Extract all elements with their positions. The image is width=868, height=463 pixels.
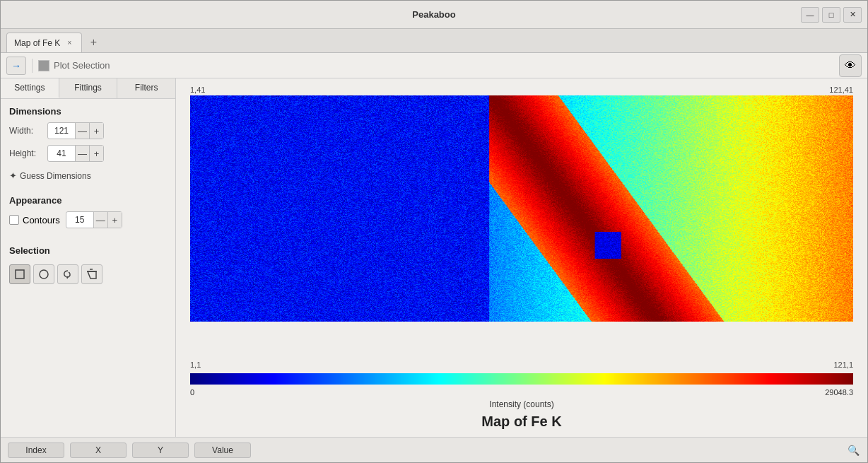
svg-line-2 xyxy=(67,276,68,279)
contours-row: Contours — + xyxy=(9,211,167,228)
statusbar: Index X Y Value 🔍 xyxy=(1,437,867,462)
guess-dimensions-button[interactable]: ✦ Guess Dimensions xyxy=(9,168,91,184)
window-controls: — □ ✕ xyxy=(801,7,862,23)
tab-fittings[interactable]: Fittings xyxy=(59,78,118,98)
status-value: Value xyxy=(194,443,251,458)
tab-close-button[interactable]: × xyxy=(64,38,74,48)
sidebar-tabs: Settings Fittings Filters xyxy=(1,78,175,99)
plot-title: Map of Fe K xyxy=(190,414,853,430)
tab-add-button[interactable]: + xyxy=(85,34,102,51)
lasso-select-button[interactable] xyxy=(57,264,78,284)
maximize-button[interactable]: □ xyxy=(822,7,840,23)
dimensions-title: Dimensions xyxy=(9,106,167,117)
sidebar: Settings Fittings Filters Dimensions Wid… xyxy=(1,78,176,437)
plot-xlabel: Intensity (counts) xyxy=(190,399,853,409)
window-title: Peakaboo xyxy=(412,9,455,20)
width-row: Width: — + xyxy=(9,122,167,139)
plot-container: 1,41 121,41 1,1 121,1 0 29048.3 xyxy=(176,78,867,437)
heatmap-canvas[interactable] xyxy=(190,95,853,322)
width-input[interactable] xyxy=(48,126,75,136)
clear-select-button[interactable] xyxy=(81,264,102,284)
width-decrease-button[interactable]: — xyxy=(75,123,89,139)
colorbar-labels: 0 29048.3 xyxy=(190,388,853,397)
plot-coords-top: 1,41 121,41 xyxy=(190,86,853,94)
heatmap-wrapper xyxy=(190,95,853,359)
svg-rect-0 xyxy=(16,270,24,279)
selection-tools xyxy=(9,262,167,287)
width-label: Width: xyxy=(9,126,42,136)
guess-icon: ✦ xyxy=(9,170,17,181)
plot-area: 1,41 121,41 1,1 121,1 0 29048.3 xyxy=(176,78,867,437)
plot-coords-bottom: 1,1 121,1 xyxy=(190,361,853,369)
svg-point-1 xyxy=(40,270,48,279)
contours-checkbox[interactable] xyxy=(9,215,19,225)
ellipse-select-button[interactable] xyxy=(33,264,54,284)
colorbar-min: 0 xyxy=(190,388,194,397)
contours-checkbox-container: Contours xyxy=(9,215,60,225)
colorbar-max: 29048.3 xyxy=(825,388,853,397)
nav-back-button[interactable]: → xyxy=(6,57,26,75)
tabbar: Map of Fe K × + xyxy=(1,29,867,53)
nav-icon: → xyxy=(11,60,21,71)
appearance-title: Appearance xyxy=(9,195,167,206)
tab-filters[interactable]: Filters xyxy=(117,78,175,98)
status-index: Index xyxy=(8,443,64,458)
search-button[interactable]: 🔍 xyxy=(846,443,860,457)
coord-top-right: 121,41 xyxy=(829,86,853,94)
main-content: Settings Fittings Filters Dimensions Wid… xyxy=(1,78,867,437)
coord-bottom-left: 1,1 xyxy=(190,361,201,369)
height-input[interactable] xyxy=(48,148,75,158)
height-increase-button[interactable]: + xyxy=(89,146,103,161)
colorbar-canvas xyxy=(190,373,853,385)
minimize-button[interactable]: — xyxy=(801,7,819,23)
contours-decrease-button[interactable]: — xyxy=(93,212,107,228)
contours-label: Contours xyxy=(23,215,60,225)
height-decrease-button[interactable]: — xyxy=(75,146,89,161)
appearance-section: Appearance Contours — + xyxy=(1,188,175,238)
app-window: Peakaboo — □ ✕ Map of Fe K × + → Plot Se… xyxy=(0,0,868,463)
close-button[interactable]: ✕ xyxy=(843,7,862,23)
plot-selection-label: Plot Selection xyxy=(38,60,110,71)
ellipse-icon xyxy=(38,269,49,280)
clear-icon xyxy=(86,269,98,280)
tab-settings[interactable]: Settings xyxy=(1,78,59,98)
rect-icon xyxy=(14,269,25,280)
contours-increase-button[interactable]: + xyxy=(107,212,122,228)
guess-label: Guess Dimensions xyxy=(20,171,91,181)
rect-select-button[interactable] xyxy=(9,264,30,284)
selection-title: Selection xyxy=(9,245,167,256)
tab-map-fe-k[interactable]: Map of Fe K × xyxy=(6,33,82,52)
height-label: Height: xyxy=(9,148,42,158)
toolbar-separator xyxy=(32,59,33,73)
coord-top-left: 1,41 xyxy=(190,86,205,94)
plot-color-swatch xyxy=(38,60,49,71)
height-row: Height: — + xyxy=(9,145,167,162)
eye-button[interactable]: 👁 xyxy=(839,54,862,77)
status-x: X xyxy=(70,443,127,458)
search-icon: 🔍 xyxy=(848,445,860,456)
status-y: Y xyxy=(132,443,189,458)
height-input-group: — + xyxy=(47,145,104,162)
lasso-icon xyxy=(62,269,74,280)
width-input-group: — + xyxy=(47,122,104,139)
width-increase-button[interactable]: + xyxy=(89,123,103,139)
titlebar: Peakaboo — □ ✕ xyxy=(1,1,867,29)
tab-label: Map of Fe K xyxy=(14,38,60,48)
colorbar-container: 0 29048.3 xyxy=(190,373,853,397)
dimensions-section: Dimensions Width: — + Height: — + xyxy=(1,99,175,188)
contours-input[interactable] xyxy=(66,215,93,225)
eye-icon: 👁 xyxy=(845,59,856,72)
toolbar: → Plot Selection 👁 xyxy=(1,53,867,78)
plot-selection-text: Plot Selection xyxy=(54,60,110,71)
contours-input-group: — + xyxy=(66,211,122,228)
selection-section: Selection xyxy=(1,238,175,291)
coord-bottom-right: 121,1 xyxy=(833,361,853,369)
